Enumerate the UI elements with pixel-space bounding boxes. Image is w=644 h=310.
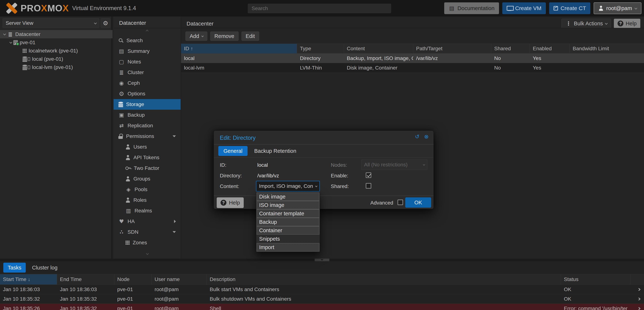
column-header-description[interactable]: Description bbox=[207, 274, 561, 285]
dialog-help-button[interactable]: Help bbox=[217, 197, 244, 208]
shared-checkbox[interactable] bbox=[366, 183, 371, 188]
gear-icon bbox=[102, 20, 108, 27]
sidebar-item-groups[interactable]: Groups bbox=[114, 173, 181, 184]
advanced-checkbox[interactable] bbox=[398, 200, 403, 205]
sidebar-item-sdn[interactable]: SDN bbox=[114, 227, 181, 237]
view-selector[interactable]: Server View bbox=[2, 18, 99, 28]
column-header-start-time[interactable]: Start Time bbox=[0, 274, 57, 285]
tree-settings-button[interactable] bbox=[101, 18, 110, 28]
sidebar-item-pools[interactable]: Pools bbox=[114, 184, 181, 195]
tab-backup-retention[interactable]: Backup Retention bbox=[249, 146, 302, 156]
tree-node-localnetwork[interactable]: localnetwork (pve-01) bbox=[0, 47, 112, 55]
open-task-chevron-icon[interactable] bbox=[637, 288, 640, 291]
sidebar-item-options[interactable]: Options bbox=[114, 88, 181, 99]
column-header-type[interactable]: Type bbox=[297, 44, 344, 53]
sidebar-item-search[interactable]: Search bbox=[114, 35, 181, 46]
table-row-local[interactable]: local Directory Backup, Import, ISO imag… bbox=[181, 54, 644, 63]
column-header-content[interactable]: Content bbox=[344, 44, 413, 53]
open-task-chevron-icon[interactable] bbox=[637, 298, 640, 300]
table-row-local-lvm[interactable]: local-lvm LVM-Thin Disk image, Container… bbox=[181, 63, 644, 73]
user-icon bbox=[598, 6, 604, 11]
sidebar-item-api-tokens[interactable]: API Tokens bbox=[114, 152, 181, 163]
key-icon bbox=[125, 166, 131, 171]
tree-node-local-lvm[interactable]: local-lvm (pve-01) bbox=[0, 63, 112, 71]
content-select-value: Import, ISO image, Con bbox=[259, 183, 313, 189]
scroll-up-indicator bbox=[114, 30, 181, 32]
sidebar-item-zones[interactable]: Zones bbox=[114, 237, 181, 248]
tab-general[interactable]: General bbox=[218, 146, 248, 156]
tree-node-datacenter[interactable]: Datacenter bbox=[0, 30, 112, 38]
collapse-caret-icon[interactable] bbox=[172, 231, 176, 233]
sidebar-item-cluster[interactable]: Cluster bbox=[114, 67, 181, 78]
add-button[interactable]: Add bbox=[186, 31, 207, 41]
dropdown-item-backup[interactable]: Backup bbox=[256, 218, 320, 226]
enable-checkbox[interactable] bbox=[366, 172, 371, 178]
panel-splitter[interactable] bbox=[0, 259, 644, 261]
tag-icon bbox=[125, 186, 132, 193]
sidebar-item-users[interactable]: Users bbox=[114, 142, 181, 152]
task-row[interactable]: Jan 10 18:36:03 Jan 10 18:36:03 pve-01 r… bbox=[0, 285, 644, 294]
create-ct-button[interactable]: Create CT bbox=[549, 2, 590, 14]
tree-node-label: local-lvm (pve-01) bbox=[32, 64, 73, 70]
global-search-input[interactable] bbox=[248, 4, 391, 13]
tree-node-label: pve-01 bbox=[20, 40, 36, 45]
column-header-user-name[interactable]: User name bbox=[152, 274, 207, 285]
sidebar-item-storage[interactable]: Storage bbox=[114, 99, 181, 110]
sidebar-item-two-factor[interactable]: Two Factor bbox=[114, 163, 181, 173]
monitor-icon bbox=[507, 6, 512, 11]
sidebar-item-replication[interactable]: Replication bbox=[114, 120, 181, 131]
address-book-icon bbox=[125, 208, 132, 214]
sidebar-item-realms[interactable]: Realms bbox=[114, 205, 181, 216]
ok-button[interactable]: OK bbox=[405, 197, 431, 208]
dropdown-item-iso-image[interactable]: ISO image bbox=[256, 201, 320, 209]
column-header-enabled[interactable]: Enabled bbox=[530, 44, 570, 53]
expander-icon[interactable] bbox=[9, 41, 12, 44]
open-task-chevron-icon[interactable] bbox=[637, 307, 640, 310]
id-label: ID: bbox=[220, 162, 226, 168]
sidebar-item-ha[interactable]: HA bbox=[114, 216, 181, 227]
sidebar-item-backup[interactable]: Backup bbox=[114, 110, 181, 120]
datacenter-nav-panel: Datacenter Search Summary Notes Cluster … bbox=[114, 16, 181, 259]
column-header-id[interactable]: ID bbox=[181, 44, 297, 53]
close-icon[interactable] bbox=[423, 134, 430, 140]
splitter-collapse-handle[interactable] bbox=[315, 259, 329, 261]
documentation-button[interactable]: Documentation bbox=[444, 2, 499, 14]
tab-tasks[interactable]: Tasks bbox=[3, 263, 26, 273]
bulk-actions-button[interactable]: Bulk Actions bbox=[562, 19, 611, 28]
dropdown-item-container[interactable]: Container bbox=[256, 226, 320, 235]
column-header-status[interactable]: Status bbox=[561, 274, 630, 285]
tab-cluster-log[interactable]: Cluster log bbox=[28, 263, 62, 273]
sidebar-item-roles[interactable]: Roles bbox=[114, 195, 181, 205]
tree-node-pve-01[interactable]: pve-01 bbox=[0, 38, 112, 47]
create-vm-button[interactable]: Create VM bbox=[502, 2, 546, 14]
column-header-bandwidth-limit[interactable]: Bandwidth Limit bbox=[570, 44, 644, 53]
documentation-label: Documentation bbox=[458, 5, 494, 11]
task-row-error[interactable]: Jan 10 18:35:26 Jan 10 18:35:32 pve-01 r… bbox=[0, 304, 644, 310]
user-menu-button[interactable]: root@pam bbox=[594, 2, 642, 14]
top-bar: PROXMOX Virtual Environment 9.1.4 Docume… bbox=[0, 0, 644, 16]
column-header-path-target[interactable]: Path/Target bbox=[413, 44, 491, 53]
column-header-shared[interactable]: Shared bbox=[491, 44, 530, 53]
chevron-down-icon bbox=[315, 185, 318, 187]
edit-button[interactable]: Edit bbox=[242, 31, 259, 41]
tree-node-local[interactable]: local (pve-01) bbox=[0, 55, 112, 63]
remove-button[interactable]: Remove bbox=[210, 31, 238, 41]
collapse-caret-icon[interactable] bbox=[172, 135, 176, 137]
sidebar-item-ceph[interactable]: Ceph bbox=[114, 78, 181, 88]
dropdown-item-snippets[interactable]: Snippets bbox=[256, 235, 320, 243]
reset-icon[interactable] bbox=[414, 134, 420, 140]
dropdown-item-container-template[interactable]: Container template bbox=[256, 209, 320, 218]
tree-node-label: localnetwork (pve-01) bbox=[29, 48, 78, 54]
content-select[interactable]: Import, ISO image, Con bbox=[256, 181, 320, 191]
expander-icon[interactable] bbox=[3, 32, 6, 35]
help-button[interactable]: Help bbox=[614, 19, 640, 28]
sidebar-item-notes[interactable]: Notes bbox=[114, 56, 181, 67]
expand-caret-icon[interactable] bbox=[174, 220, 176, 223]
sidebar-item-summary[interactable]: Summary bbox=[114, 46, 181, 56]
dropdown-item-import[interactable]: Import bbox=[256, 243, 320, 252]
column-header-node[interactable]: Node bbox=[114, 274, 152, 285]
dropdown-item-disk-image[interactable]: Disk image bbox=[256, 192, 320, 201]
task-row[interactable]: Jan 10 18:35:32 Jan 10 18:35:32 pve-01 r… bbox=[0, 294, 644, 304]
sidebar-item-permissions[interactable]: Permissions bbox=[114, 131, 181, 142]
column-header-end-time[interactable]: End Time bbox=[57, 274, 114, 285]
